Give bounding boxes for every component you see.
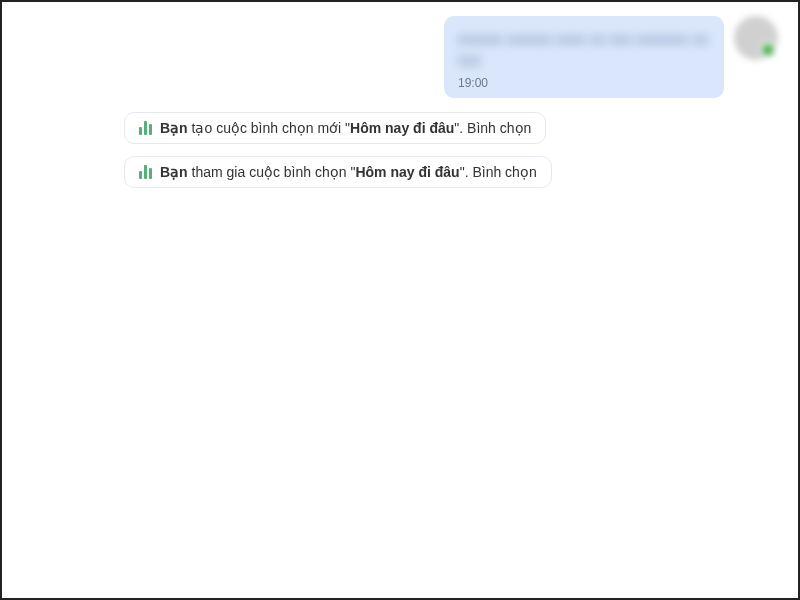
system-msg-quoted: Hôm nay đi đâu [355,164,459,180]
poll-bars-icon [139,165,152,179]
system-msg-text: tạo cuộc bình chọn mới [192,120,346,136]
system-messages: Bạn tạo cuộc bình chọn mới "Hôm nay đi đ… [124,112,766,200]
system-msg-prefix: Bạn [160,164,192,180]
system-message: Bạn tạo cuộc bình chọn mới "Hôm nay đi đ… [124,112,546,144]
incoming-bubble[interactable]: xxxxxx xxxxxx xxxx xx xxx xxxxxxx xx xxx… [444,16,724,98]
system-msg-action-link[interactable]: Bình chọn [472,164,536,180]
poll-bars-icon [139,121,152,135]
incoming-message: xxxxxx xxxxxx xxxx xx xxx xxxxxxx xx xxx… [444,16,778,98]
system-message: Bạn tham gia cuộc bình chọn "Hôm nay đi … [124,156,552,188]
incoming-timestamp: 19:00 [458,76,710,90]
system-msg-quoted: Hôm nay đi đâu [350,120,454,136]
incoming-text: xxxxxx xxxxxx xxxx xx xxx xxxxxxx xx xxx [458,28,710,70]
system-msg-action-link[interactable]: Bình chọn [467,120,531,136]
chat-area: xxxxxx xxxxxx xxxx xx xxx xxxxxxx xx xxx… [2,2,798,530]
avatar[interactable] [734,16,778,60]
system-msg-prefix: Bạn [160,120,192,136]
system-msg-text: tham gia cuộc bình chọn [192,164,351,180]
